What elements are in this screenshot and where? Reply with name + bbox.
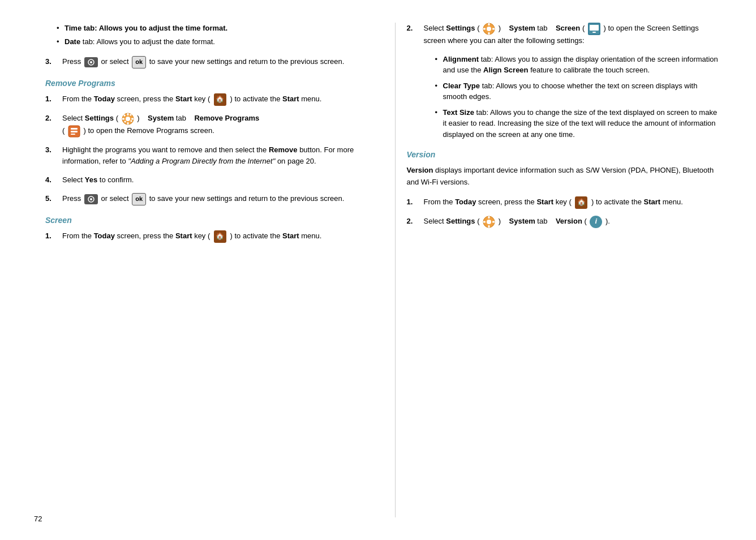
screen-step-1-content: From the Today screen, press the Start k…	[62, 230, 361, 243]
date-bold: Date	[65, 37, 80, 46]
svg-rect-21	[488, 32, 490, 35]
svg-rect-25	[590, 25, 599, 31]
svg-rect-4	[127, 113, 128, 115]
step-3-num: 3.	[45, 56, 62, 68]
bullet-date: Date tab: Allows you to adjust the date …	[57, 36, 361, 48]
svg-rect-23	[492, 28, 495, 30]
screen-header: Screen	[45, 216, 361, 225]
svg-point-1	[90, 61, 92, 63]
remove-step-4-num: 4.	[45, 174, 62, 186]
text-size-bullet: Text Size tab: Allows you to change the …	[435, 107, 723, 140]
remove-step-3-content: Highlight the programs you want to remov…	[62, 144, 361, 168]
right-column: 2. Select Settings ( ) System tab Screen…	[395, 23, 723, 517]
remove-step-1: 1. From the Today screen, press the Star…	[45, 93, 361, 106]
svg-point-28	[487, 220, 491, 224]
remove-programs-icon	[68, 125, 80, 138]
screen-step-1-num: 1.	[45, 230, 62, 243]
remove-step-4-content: Select Yes to confirm.	[62, 174, 361, 186]
bullet-time: Time tab: Allows you to adjust the time …	[57, 23, 361, 34]
svg-rect-29	[488, 216, 490, 218]
version-header: Version	[407, 150, 723, 159]
svg-rect-30	[488, 225, 490, 228]
settings-icon-3	[483, 216, 495, 228]
version-step-2-content: Select Settings ( ) System tab Version (…	[424, 216, 723, 228]
clear-type-bullet: Clear Type tab: Allows you to choose whe…	[435, 80, 723, 102]
remove-step-2-content: Select Settings ( ) System tab Remove Pr…	[62, 113, 361, 138]
right-step-2-content: Select Settings ( ) System tab Screen ( …	[424, 23, 723, 47]
svg-rect-15	[71, 134, 75, 135]
remove-step-1-num: 1.	[45, 93, 62, 106]
svg-rect-26	[592, 32, 596, 33]
settings-icon-2	[483, 23, 495, 35]
remove-step-1-content: From the Today screen, press the Start k…	[62, 93, 361, 106]
remove-step-2: 2. Select Settings ( ) System tab Remove…	[45, 113, 361, 138]
svg-rect-20	[488, 23, 490, 25]
ok-button: ok	[132, 56, 146, 68]
svg-point-3	[126, 117, 130, 121]
settings-icon-1	[122, 113, 134, 125]
press-button-icon	[84, 57, 98, 67]
version-step-1-content: From the Today screen, press the Start k…	[424, 196, 723, 209]
remove-step-5: 5. Press or select ok to save your new s…	[45, 193, 361, 205]
screen-step-1: 1. From the Today screen, press the Star…	[45, 230, 361, 243]
right-step-2-num: 2.	[407, 23, 424, 47]
remove-step-4: 4. Select Yes to confirm.	[45, 174, 361, 186]
start-key-icon-1	[214, 93, 226, 106]
time-bold: Time tab: Allows you to adjust the time …	[65, 24, 227, 32]
svg-rect-14	[71, 131, 78, 132]
add-program-link: "Adding a Program Directly from the Inte…	[128, 157, 275, 165]
svg-rect-5	[127, 122, 128, 125]
version-step-1: 1. From the Today screen, press the Star…	[407, 196, 723, 209]
screen-settings-bullets: Alignment tab: Allows you to assign the …	[407, 54, 723, 140]
svg-rect-6	[122, 118, 124, 119]
remove-step-5-num: 5.	[45, 193, 62, 205]
version-step-2-num: 2.	[407, 216, 424, 228]
remove-step-3-num: 3.	[45, 144, 62, 168]
remove-step-3: 3. Highlight the programs you want to re…	[45, 144, 361, 168]
left-column: Time tab: Allows you to adjust the time …	[45, 23, 372, 517]
version-step-2: 2. Select Settings ( ) System tab Versio…	[407, 216, 723, 228]
svg-rect-32	[492, 221, 495, 222]
remove-programs-header: Remove Programs	[45, 79, 361, 88]
right-step-2-screen: 2. Select Settings ( ) System tab Screen…	[407, 23, 723, 47]
press-button-icon-2	[84, 194, 98, 204]
svg-rect-13	[71, 128, 78, 130]
svg-rect-22	[483, 28, 486, 30]
step-3-save: 3. Press or select ok to save your new s…	[45, 56, 361, 68]
version-icon: i	[590, 216, 602, 228]
alignment-bullet: Alignment tab: Allows you to assign the …	[435, 54, 723, 76]
remove-step-2-num: 2.	[45, 113, 62, 138]
time-date-bullets: Time tab: Allows you to adjust the time …	[45, 23, 361, 47]
ok-button-2: ok	[132, 193, 146, 205]
svg-point-17	[90, 198, 92, 200]
page-number: 72	[34, 515, 42, 523]
svg-point-19	[487, 27, 491, 31]
start-key-icon-3	[575, 196, 587, 209]
step-3-content: Press or select ok to save your new sett…	[62, 56, 361, 68]
start-key-icon-2	[214, 230, 226, 243]
remove-step-5-content: Press or select ok to save your new sett…	[62, 193, 361, 205]
version-intro: Version displays important device inform…	[407, 165, 723, 188]
version-step-1-num: 1.	[407, 196, 424, 209]
screen-tab-icon	[588, 23, 600, 35]
svg-rect-31	[483, 221, 486, 222]
svg-rect-7	[131, 118, 134, 119]
